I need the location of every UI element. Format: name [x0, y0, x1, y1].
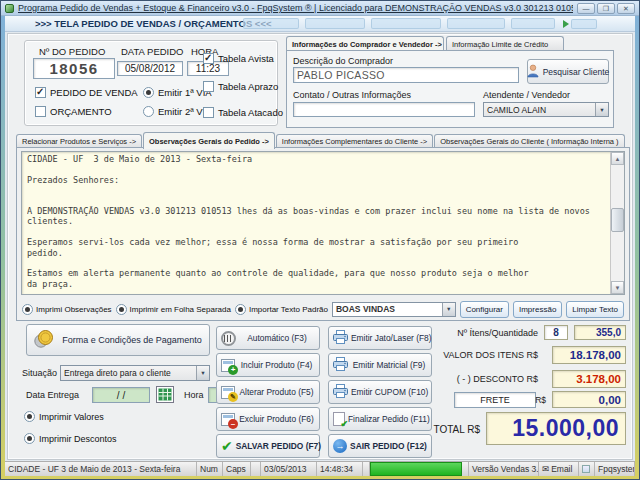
- status-email[interactable]: ✉ Email: [539, 462, 579, 476]
- finalizar-pedido-button[interactable]: Finalizar Pedido (F11): [328, 407, 432, 431]
- checkbox-box: [203, 81, 214, 92]
- screen-title: >>> TELA PEDIDO DE VENDAS / ORÇAMENTOS <…: [35, 18, 272, 29]
- barcode-icon: [221, 331, 236, 346]
- radio-circle: [116, 304, 127, 315]
- checkbox-tabela-atacado[interactable]: Tabela Atacado: [203, 107, 283, 118]
- descricao-comprador-field[interactable]: PABLO PICASSO: [293, 67, 519, 83]
- chevron-down-icon: ▼: [595, 103, 608, 116]
- salvar-pedido-button[interactable]: ✔ SALVAR PEDIDO (F7): [216, 434, 320, 458]
- configurar-button[interactable]: Configurar: [460, 301, 509, 318]
- print-options-row: Imprimi Observações Imprimir em Folha Se…: [22, 299, 624, 319]
- checkbox-pedido-venda[interactable]: PEDIDO DE VENDA: [35, 87, 138, 98]
- data-entrega-field[interactable]: / /: [92, 387, 150, 403]
- impressao-button[interactable]: Impressão: [513, 301, 562, 318]
- alterar-produto-button[interactable]: ✎ Alterar Produto (F5): [216, 380, 320, 404]
- exit-icon: [333, 439, 347, 453]
- calendar-icon[interactable]: [156, 386, 174, 407]
- radio-emitir-1via[interactable]: Emitir 1ª VIA: [143, 87, 212, 98]
- automatico-button[interactable]: Automático (F3): [216, 326, 320, 350]
- checkbox-orcamento[interactable]: ORÇAMENTO: [35, 106, 112, 117]
- status-spacer: [462, 462, 469, 476]
- radio-label: Imprimi Observações: [36, 305, 112, 314]
- tab-comprador-vendedor[interactable]: Informações do Comprador e Vendedor ->: [286, 36, 444, 51]
- radio-label: Importar Texto Padrão: [249, 305, 328, 314]
- printer-icon: [333, 357, 348, 373]
- total-field: 15.000,00: [486, 412, 626, 445]
- quantidade-field: 355,0: [574, 325, 626, 340]
- close-icon[interactable]: ✕: [617, 3, 635, 14]
- pesquisar-cliente-button[interactable]: Pesquisar Cliente: [527, 59, 609, 84]
- tab-observacoes-cliente[interactable]: Observações Gerais do Cliente ( Informaç…: [434, 134, 624, 148]
- button-label: Emitir CUPOM (F10): [351, 387, 428, 397]
- buyer-tab-control: Informações do Comprador e Vendedor -> I…: [286, 36, 614, 128]
- scroll-up-icon[interactable]: ▲: [611, 152, 624, 165]
- valor-itens-label: VALOR DOS ITENS R$: [388, 350, 538, 360]
- minimize-icon[interactable]: —: [577, 3, 595, 14]
- button-label: Finalizar Pedido (F11): [348, 414, 430, 424]
- forma-pagamento-label: Forma e Condições de Pagamento: [61, 335, 203, 345]
- contato-field[interactable]: [293, 102, 475, 117]
- checkbox-tabela-avista[interactable]: Tabela Avista: [203, 53, 274, 64]
- checkbox-label: Tabela Aprazo: [218, 81, 278, 92]
- radio-imprimir-descontos[interactable]: Imprimir Descontos: [24, 433, 117, 444]
- main-tab-strip: Relacionar Produtos e Serviços -> Observ…: [16, 131, 630, 148]
- check-icon: ✔: [221, 439, 233, 453]
- incluir-produto-button[interactable]: + Incluir Produto (F4): [216, 353, 320, 377]
- printer-icon: [333, 330, 348, 346]
- buyer-panel: Descrição do Comprador PABLO PICASSO Pes…: [286, 50, 614, 128]
- radio-folha-separada[interactable]: Imprimir em Folha Separada: [116, 304, 231, 315]
- situacao-label: Situação: [22, 368, 57, 378]
- tab-limite-credito[interactable]: Informação Limite de Crédito: [446, 36, 564, 51]
- toolbar-pill: [447, 18, 505, 29]
- checkbox-box: [35, 87, 46, 98]
- limpar-texto-button[interactable]: Limpar Texto: [566, 301, 624, 318]
- contato-label: Contato / Outras Informações: [293, 90, 411, 100]
- radio-label: Imprimir em Folha Separada: [130, 305, 231, 314]
- scrollbar-thumb[interactable]: [611, 208, 624, 232]
- radio-label: Imprimir Descontos: [39, 434, 117, 444]
- frete-type-field[interactable]: FRETE: [454, 392, 536, 408]
- checkbox-tabela-aprazo[interactable]: Tabela Aprazo: [203, 81, 278, 92]
- data-entrega-label: Data Entrega: [26, 390, 79, 400]
- observations-tabpage: CIDADE - UF 3 de Maio de 2013 - Sexta-fe…: [16, 147, 630, 321]
- tab-informacoes-complementares[interactable]: Informações Complementares do Cliente ->: [276, 134, 433, 148]
- scroll-down-icon[interactable]: ▼: [611, 281, 624, 294]
- toolbar-pill: [243, 18, 299, 29]
- checkbox-label: PEDIDO DE VENDA: [50, 87, 138, 98]
- checkbox-label: ORÇAMENTO: [50, 106, 112, 117]
- radio-texto-padrao[interactable]: Importar Texto Padrão: [235, 304, 328, 315]
- radio-circle: [143, 106, 154, 117]
- button-label: Emitir Matricial (F9): [351, 360, 427, 370]
- excluir-produto-button[interactable]: – Excluir Produto (F6): [216, 407, 320, 431]
- order-number-field[interactable]: 18056: [33, 58, 115, 79]
- atendente-dropdown[interactable]: CAMILO ALAIN ▼: [483, 102, 609, 117]
- plus-icon: +: [228, 365, 238, 375]
- toolbar-pill: [371, 18, 441, 29]
- status-time: 14:48:34: [317, 462, 363, 476]
- observations-textarea[interactable]: CIDADE - UF 3 de Maio de 2013 - Sexta-fe…: [21, 151, 625, 295]
- button-label: Automático (F3): [239, 333, 315, 343]
- situacao-dropdown[interactable]: Entrega direto para o cliente ▼: [60, 365, 210, 381]
- radio-label: Imprimir Valores: [39, 412, 104, 422]
- status-mini-icons: [579, 462, 595, 476]
- radio-circle: [22, 304, 33, 315]
- menu-go-button[interactable]: [563, 18, 597, 29]
- order-groupbox: Nº DO PEDIDO 18056 DATA PEDIDO 05/08/201…: [24, 40, 278, 126]
- toolbar-pill: [571, 19, 597, 29]
- sair-pedido-button[interactable]: SAIR PEDIDO (F12): [328, 434, 432, 458]
- order-date-field[interactable]: 05/08/2012: [117, 61, 183, 76]
- status-location: CIDADE - UF 3 de Maio de 2013 - Sexta-fe…: [5, 462, 197, 476]
- radio-imprimir-valores[interactable]: Imprimir Valores: [24, 411, 104, 422]
- texto-padrao-dropdown[interactable]: BOAS VINDAS ▼: [332, 302, 456, 317]
- radio-emitir-2via[interactable]: Emitir 2ª VIA: [143, 106, 212, 117]
- vertical-scrollbar[interactable]: ▲ ▼: [610, 152, 624, 294]
- radio-imprimir-observacoes[interactable]: Imprimi Observações: [22, 304, 112, 315]
- restore-icon[interactable]: ❐: [597, 3, 615, 14]
- status-num-lock: Num: [197, 462, 223, 476]
- app-window: Programa Pedido de Vendas + Estoque & Fi…: [0, 0, 640, 480]
- forma-pagamento-button[interactable]: Forma e Condições de Pagamento: [26, 324, 210, 356]
- checkbox-box: [35, 106, 46, 117]
- tab-relacionar-produtos[interactable]: Relacionar Produtos e Serviços ->: [16, 134, 142, 148]
- tab-observacoes-pedido[interactable]: Observações Gerais do Pedido ->: [143, 132, 275, 149]
- app-icon: [5, 4, 14, 13]
